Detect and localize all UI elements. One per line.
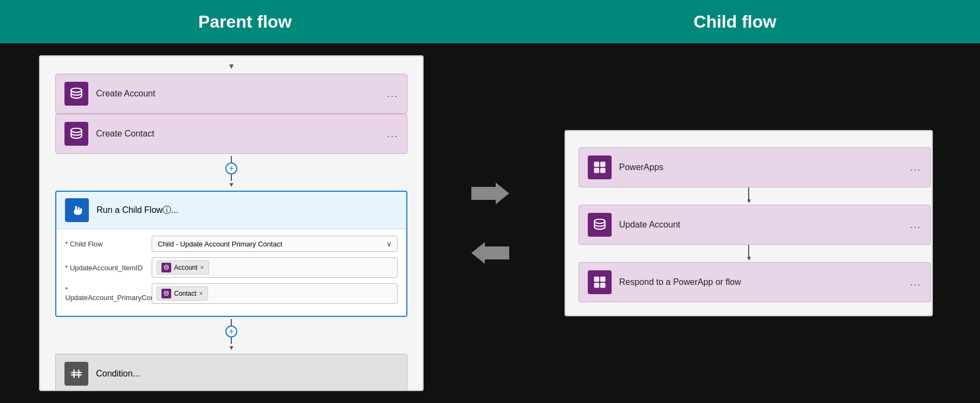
child-flow-icon: [65, 198, 89, 222]
child-flow-card-header: Run a Child Flow ⓘ ...: [56, 192, 406, 229]
child-flow-info-icon[interactable]: ⓘ: [163, 205, 171, 216]
update-account-label: Update Account: [619, 220, 910, 230]
update-contact-value: Contact ×: [152, 283, 398, 304]
update-itemid-value: Account ×: [152, 257, 398, 278]
svg-rect-6: [74, 369, 75, 378]
contact-tag-icon: [161, 289, 171, 298]
child-flow-more[interactable]: ...: [171, 205, 178, 215]
child-panel-inner: PowerApps ... ▼: [532, 55, 965, 391]
powerapps-step: PowerApps ...: [579, 147, 931, 187]
condition-svg-icon: [69, 367, 83, 381]
svg-rect-4: [72, 372, 82, 373]
update-itemid-field-row: * UpdateAccount_ItemID: [65, 257, 398, 278]
parent-title: Parent flow: [198, 12, 291, 32]
child-title: Child flow: [693, 12, 776, 32]
main-row: ▼ Create Account ... ▼: [0, 43, 980, 403]
contact-tag: Contact ×: [157, 287, 207, 301]
parent-header: Parent flow: [0, 0, 490, 43]
chevron-icon: ∨: [386, 239, 392, 248]
create-contact-label: Create Contact: [96, 129, 387, 139]
condition-label: Condition: [96, 369, 133, 379]
update-account-more[interactable]: ...: [910, 219, 921, 231]
svg-point-14: [594, 219, 605, 224]
create-account-icon: [64, 82, 88, 106]
svg-rect-18: [600, 283, 606, 288]
update-account-icon: [588, 213, 612, 237]
powerapps-label: PowerApps: [619, 162, 910, 172]
db-small-icon: [163, 264, 170, 271]
child-header: Child flow: [490, 0, 981, 43]
account-tag-icon: [161, 263, 171, 272]
svg-marker-9: [471, 242, 509, 264]
condition-more[interactable]: ...: [133, 369, 140, 379]
plus-connector-2: + ▼: [225, 319, 237, 352]
line-seg-1: [231, 156, 232, 162]
top-arrow-icon: ▼: [228, 62, 235, 70]
parent-canvas: ▼ Create Account ... ▼: [39, 55, 424, 391]
respond-powerapps-icon: [588, 270, 612, 294]
database-icon-2: [69, 127, 83, 141]
plus-connector-1: + ▼: [225, 156, 237, 188]
child-arrow-1: ▼: [748, 187, 749, 199]
svg-point-0: [72, 88, 82, 93]
svg-marker-8: [471, 183, 509, 204]
arrow-right-icon: [469, 180, 512, 207]
create-contact-more[interactable]: ...: [387, 128, 398, 140]
svg-rect-16: [600, 277, 606, 282]
create-account-more[interactable]: ...: [387, 88, 398, 100]
powerapps-icon: [588, 155, 612, 179]
plus-circle-1[interactable]: +: [225, 162, 237, 174]
child-flow-card-body: * Child Flow Child - Update Account Prim…: [56, 229, 406, 316]
create-account-step: Create Account ...: [55, 74, 407, 114]
db-small-icon-2: [163, 290, 170, 297]
svg-point-1: [72, 128, 82, 133]
child-arrow-2: ▼: [748, 245, 749, 257]
plus-circle-2[interactable]: +: [225, 326, 237, 337]
condition-step: Condition ...: [55, 354, 407, 391]
svg-point-2: [165, 265, 168, 267]
arrow-container: [463, 43, 517, 403]
database-icon: [69, 87, 83, 101]
child-flow-dropdown[interactable]: Child - Update Account Primary Contact ∨: [152, 236, 398, 252]
left-arrow-svg: [471, 241, 509, 265]
account-tag-label: Account: [174, 264, 197, 271]
create-contact-icon: [64, 122, 88, 146]
update-contact-label: * UpdateAccount_PrimaryContact(Contacts): [65, 285, 152, 302]
child-canvas: PowerApps ... ▼: [564, 130, 933, 316]
svg-rect-15: [594, 277, 599, 282]
line-seg-4: [231, 337, 232, 344]
svg-rect-5: [72, 374, 82, 375]
create-account-label: Create Account: [96, 89, 387, 99]
update-contact-field-row: * UpdateAccount_PrimaryContact(Contacts): [65, 283, 398, 304]
svg-rect-11: [600, 162, 606, 167]
contact-tag-label: Contact: [174, 290, 196, 297]
respond-powerapps-more[interactable]: ...: [910, 277, 921, 288]
child-flow-header-label: Run a Child Flow: [96, 205, 163, 215]
update-account-step: Update Account ...: [579, 205, 931, 245]
arrow-left-icon: [469, 239, 512, 266]
hand-icon: [70, 203, 84, 217]
svg-rect-17: [594, 283, 599, 288]
svg-rect-13: [600, 168, 606, 173]
powerapps-more[interactable]: ...: [910, 162, 921, 173]
child-flow-field-label: * Child Flow: [65, 240, 152, 248]
account-tag: Account ×: [157, 261, 209, 275]
child-flow-panel: PowerApps ... ▼: [517, 43, 981, 403]
account-tag-remove[interactable]: ×: [200, 264, 204, 271]
respond-powerapps-label: Respond to a PowerApp or flow: [619, 277, 910, 287]
condition-icon: [64, 362, 88, 386]
svg-rect-10: [594, 162, 599, 167]
update-itemid-label: * UpdateAccount_ItemID: [65, 264, 152, 272]
child-flow-field-row: * Child Flow Child - Update Account Prim…: [65, 236, 398, 252]
database-icon-3: [593, 218, 607, 232]
top-arrow-area: ▼: [51, 62, 412, 70]
respond-powerapps-step: Respond to a PowerApp or flow ...: [579, 262, 931, 302]
powerapps-svg-icon-2: [592, 275, 607, 290]
line-seg-2: [231, 174, 232, 181]
contact-tag-remove[interactable]: ×: [199, 290, 203, 297]
svg-rect-7: [79, 369, 80, 378]
right-arrow-svg: [471, 181, 509, 205]
parent-flow-panel: ▼ Create Account ... ▼: [0, 43, 463, 403]
svg-rect-12: [594, 168, 599, 173]
header-row: Parent flow Child flow: [0, 0, 980, 43]
